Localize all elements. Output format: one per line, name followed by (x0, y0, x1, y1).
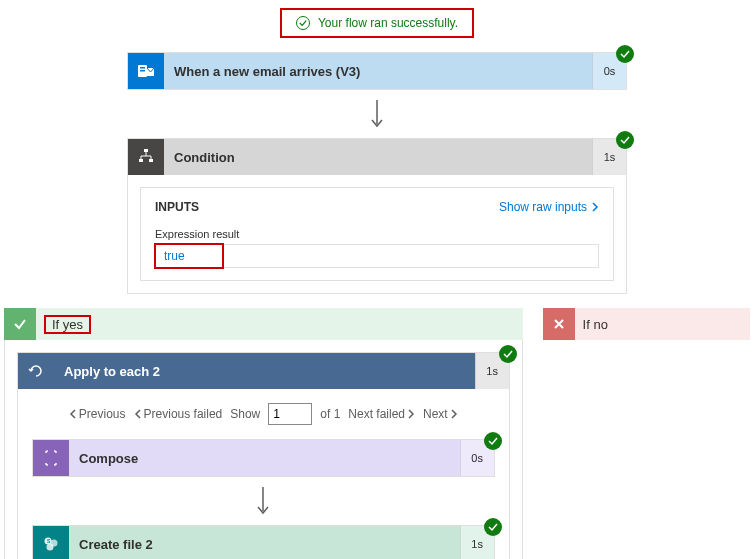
arrow-down-icon (32, 477, 495, 525)
svg-rect-4 (144, 149, 148, 152)
inputs-label: INPUTS (155, 200, 199, 214)
expression-result-value: true (155, 244, 599, 268)
condition-title: Condition (164, 150, 592, 165)
svg-rect-9 (139, 159, 143, 162)
condition-card[interactable]: Condition 1s INPUTS Show raw inputs Expr… (127, 138, 627, 294)
svg-rect-1 (140, 67, 145, 69)
x-icon (543, 308, 575, 340)
success-badge-icon (484, 432, 502, 450)
previous-failed-button[interactable]: Previous failed (134, 407, 223, 421)
next-button[interactable]: Next (423, 407, 458, 421)
inputs-panel: INPUTS Show raw inputs Expression result… (140, 187, 614, 281)
success-badge-icon (616, 45, 634, 63)
outlook-icon (128, 53, 164, 89)
show-label: Show (230, 407, 260, 421)
svg-rect-10 (149, 159, 153, 162)
sharepoint-icon: S (33, 526, 69, 559)
success-badge-icon (484, 518, 502, 536)
create-file-card[interactable]: S Create file 2 1s (32, 525, 495, 559)
svg-point-14 (47, 544, 54, 551)
apply-to-each-title: Apply to each 2 (54, 364, 475, 379)
if-yes-branch: If yes Apply to each 2 1s (4, 308, 523, 559)
success-badge-icon (499, 345, 517, 363)
create-file-title: Create file 2 (69, 537, 460, 552)
if-yes-label: If yes (44, 315, 91, 334)
success-badge-icon (616, 131, 634, 149)
svg-rect-2 (140, 70, 145, 72)
chevron-left-icon (134, 409, 142, 419)
loop-icon (18, 353, 54, 389)
chevron-left-icon (69, 409, 77, 419)
check-circle-icon (296, 16, 310, 30)
arrow-down-icon (127, 90, 627, 138)
trigger-card[interactable]: When a new email arrives (V3) 0s (127, 52, 627, 90)
expression-result-label: Expression result (155, 228, 599, 240)
if-yes-header[interactable]: If yes (4, 308, 523, 340)
chevron-right-icon (450, 409, 458, 419)
if-no-branch: If no (543, 308, 750, 340)
chevron-right-icon (591, 202, 599, 212)
of-total-label: of 1 (320, 407, 340, 421)
page-input[interactable] (268, 403, 312, 425)
condition-icon (128, 139, 164, 175)
check-icon (4, 308, 36, 340)
apply-to-each-card[interactable]: Apply to each 2 1s Previous Previous fai… (17, 352, 510, 559)
if-no-header[interactable]: If no (543, 308, 750, 340)
success-message: Your flow ran successfully. (318, 16, 458, 30)
next-failed-button[interactable]: Next failed (348, 407, 415, 421)
compose-title: Compose (69, 451, 460, 466)
if-no-label: If no (583, 317, 608, 332)
iteration-pager: Previous Previous failed Show of 1 Next … (32, 403, 495, 425)
show-raw-inputs-link[interactable]: Show raw inputs (499, 200, 599, 214)
compose-icon (33, 440, 69, 476)
trigger-title: When a new email arrives (V3) (164, 64, 592, 79)
chevron-right-icon (407, 409, 415, 419)
compose-card[interactable]: Compose 0s (32, 439, 495, 477)
success-banner: Your flow ran successfully. (280, 8, 474, 38)
previous-button[interactable]: Previous (69, 407, 126, 421)
